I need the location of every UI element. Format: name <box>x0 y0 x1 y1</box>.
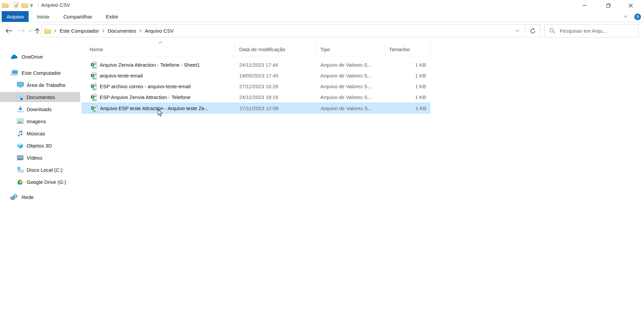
ribbon-tab-arquivo[interactable]: Arquivo <box>2 11 29 22</box>
pictures-icon <box>16 118 24 125</box>
column-header-data[interactable]: Data de modificação <box>239 46 285 55</box>
file-name: ESP archivo correo - arquivo-teste-email <box>100 81 191 92</box>
file-row[interactable]: XaArquivo Zenvia Attraction - Telefone -… <box>82 60 430 70</box>
google-drive-icon <box>16 178 24 185</box>
sidebar-item-disco-local-c[interactable]: Disco Local (C:) <box>0 165 81 175</box>
sidebar-item-label: Rede <box>22 194 34 200</box>
sidebar-item-label: Disco Local (C:) <box>27 167 63 173</box>
navigation-toolbar: Este ComputadorDocumentosArquivo CSV <box>0 22 644 40</box>
file-modified-date: 19/05/2023 17:45 <box>239 70 279 81</box>
separator <box>38 2 38 8</box>
ribbon-tab-compartilhar[interactable]: Compartilhar <box>59 11 97 22</box>
file-row[interactable]: XaESP Arquivo Zenvia Attraction - Telefo… <box>82 92 430 103</box>
sort-ascending-icon[interactable] <box>158 41 163 44</box>
csv-file-icon: Xa <box>91 83 97 90</box>
folder-icon[interactable] <box>22 2 28 8</box>
file-row[interactable]: XaArquivo ESP teste Attraction - Arquivo… <box>82 103 430 113</box>
header-underline <box>82 56 431 56</box>
ribbon-tab-exibir[interactable]: Exibir <box>101 11 123 22</box>
column-separator[interactable] <box>316 43 317 56</box>
sidebar-item-este-computador[interactable]: Este Computador <box>0 68 81 78</box>
folder-icon[interactable] <box>2 2 8 8</box>
chevron-down-icon[interactable] <box>623 15 628 18</box>
column-header-tipo[interactable]: Tipo <box>320 46 330 55</box>
back-button[interactable] <box>3 22 15 39</box>
separator <box>525 25 525 37</box>
column-header-nome[interactable]: Nome <box>90 46 103 55</box>
breadcrumb-chevron-icon[interactable] <box>100 29 106 33</box>
file-name: arquivo-teste-email <box>100 70 143 81</box>
breadcrumb-item[interactable]: Documentos <box>106 28 137 34</box>
close-button[interactable] <box>621 0 640 11</box>
ribbon-tab-início[interactable]: Início <box>32 11 54 22</box>
breadcrumb-item[interactable]: Arquivo CSV <box>143 28 175 34</box>
forward-button[interactable] <box>15 22 27 39</box>
file-modified-date: 24/11/2023 17:44 <box>239 60 278 70</box>
breadcrumb: Este ComputadorDocumentosArquivo CSV <box>58 28 175 34</box>
sidebar-item-rede[interactable]: Rede <box>0 192 81 202</box>
column-header-tamanho[interactable]: Tamanho <box>389 46 410 55</box>
svg-text:X: X <box>92 74 94 77</box>
column-separator[interactable] <box>234 43 234 56</box>
breadcrumb-chevron-icon[interactable] <box>137 29 143 33</box>
sidebar-item-label: Downloads <box>27 106 52 112</box>
sidebar-item-label: Área de Trabalho <box>27 82 65 88</box>
documents-icon <box>16 94 24 100</box>
navigation-pane: OneDriveEste ComputadorÁrea de TrabalhoD… <box>0 39 80 329</box>
restore-button[interactable] <box>599 0 618 11</box>
address-bar[interactable]: Este ComputadorDocumentosArquivo CSV <box>41 24 541 37</box>
desktop-icon <box>16 81 24 88</box>
column-separator[interactable] <box>430 43 431 56</box>
sidebar-item-m-sicas[interactable]: Músicas <box>0 128 81 138</box>
address-dropdown-chevron-icon[interactable] <box>515 29 520 32</box>
file-row[interactable]: Xaarquivo-teste-email19/05/2023 17:45Arq… <box>82 70 430 81</box>
objects3d-icon <box>16 142 24 149</box>
csv-file-icon: Xa <box>91 62 97 69</box>
breadcrumb-item[interactable]: Este Computador <box>58 28 100 34</box>
sidebar-item-google-drive-g[interactable]: Google Drive (G:) <box>0 177 81 187</box>
sidebar-item-objetos-3d[interactable]: Objetos 3D <box>0 140 81 151</box>
minimize-button[interactable] <box>575 0 594 11</box>
file-size: 1 KB <box>385 92 426 103</box>
help-icon[interactable]: ? <box>634 13 641 20</box>
sidebar-item-documentos[interactable]: Documentos <box>0 92 81 102</box>
svg-text:X: X <box>92 106 94 110</box>
computer-icon <box>10 69 18 76</box>
search-input[interactable] <box>559 28 638 34</box>
refresh-icon[interactable] <box>530 28 536 34</box>
file-name: ESP Arquivo Zenvia Attraction - Telefone <box>100 92 191 103</box>
column-separator[interactable] <box>385 43 385 56</box>
file-size: 1 KB <box>385 81 426 92</box>
svg-text:X: X <box>92 85 94 88</box>
search-icon <box>549 28 555 34</box>
downloads-icon <box>16 106 24 112</box>
file-size: 1 KB <box>385 103 426 114</box>
sidebar-item-v-deos[interactable]: Vídeos <box>0 153 81 163</box>
network-icon <box>10 194 18 200</box>
up-button[interactable] <box>33 22 41 39</box>
sidebar-item-rea-de-trabalho[interactable]: Área de Trabalho <box>0 80 81 90</box>
file-size: 1 KB <box>385 60 426 70</box>
ribbon-tab-strip: ArquivoInícioCompartilharExibir ? <box>0 11 644 22</box>
file-row[interactable]: XaESP archivo correo - arquivo-teste-ema… <box>82 81 430 92</box>
file-type: Arquivo de Valores S... <box>320 92 372 103</box>
sidebar-item-downloads[interactable]: Downloads <box>0 104 81 114</box>
file-list-pane: Nome Data de modificação Tipo Tamanho Xa… <box>80 39 644 329</box>
search-box[interactable] <box>544 24 639 37</box>
file-type: Arquivo de Valores S... <box>320 81 372 92</box>
sidebar-item-onedrive[interactable]: OneDrive <box>0 52 81 62</box>
sidebar-item-label: Imagens <box>27 119 46 124</box>
sidebar-item-label: Documentos <box>27 94 55 100</box>
svg-text:X: X <box>92 63 94 66</box>
breadcrumb-chevron-icon <box>52 29 58 33</box>
recent-locations-chevron-icon[interactable] <box>27 22 33 39</box>
title-bar: Arquivo CSV <box>0 0 644 11</box>
sidebar-item-label: Músicas <box>27 131 45 136</box>
qat-dropdown-icon[interactable] <box>30 4 33 7</box>
file-type: Arquivo de Valores S... <box>320 60 372 70</box>
file-modified-date: 24/11/2023 18:19 <box>239 92 278 103</box>
sidebar-item-imagens[interactable]: Imagens <box>0 116 81 126</box>
file-modified-date: 27/11/2023 10:28 <box>239 81 278 92</box>
qat-checkmark-icon[interactable] <box>13 2 19 8</box>
folder-icon <box>44 28 51 34</box>
